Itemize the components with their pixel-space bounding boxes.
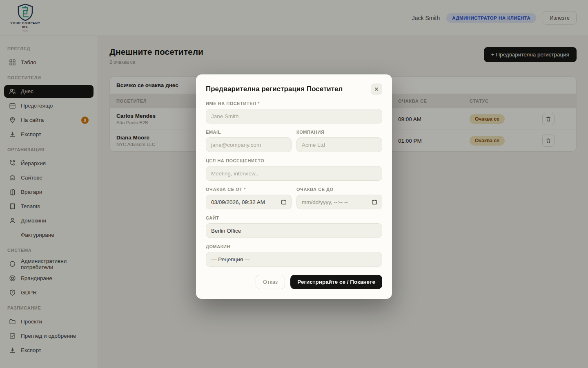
host-label: ДОМАКИН [206, 244, 382, 249]
close-icon [374, 87, 379, 92]
visitor-name-input[interactable] [206, 109, 382, 123]
calendar-icon [372, 199, 377, 206]
modal-title: Предварителна регистрация Посетител [206, 83, 343, 93]
purpose-label: ЦЕЛ НА ПОСЕЩЕНИЕТО [206, 158, 382, 163]
cancel-button[interactable]: Отказ [256, 275, 285, 289]
preregistration-modal: Предварителна регистрация Посетител ИМЕ … [196, 74, 392, 299]
email-input[interactable] [206, 138, 291, 152]
expected-from-input[interactable]: 03/09/2026, 09:32 AM [206, 195, 292, 209]
email-label: EMAIL [206, 130, 292, 135]
visitor-name-label: ИМЕ НА ПОСЕТИТЕЛ * [206, 101, 382, 106]
host-select[interactable]: — Рецепция — [206, 252, 382, 267]
expected-from-label: ОЧАКВА СЕ ОТ * [206, 187, 292, 192]
close-button[interactable] [371, 83, 382, 95]
company-label: КОМПАНИЯ [296, 130, 382, 135]
purpose-input[interactable] [206, 166, 382, 180]
expected-to-input[interactable]: mm/dd/yyyy, --:-- -- [296, 195, 382, 209]
company-input[interactable] [297, 138, 382, 152]
register-invite-button[interactable]: Регистрирайте се / Поканете [290, 275, 382, 289]
site-select[interactable]: Berlin Office [206, 223, 382, 238]
site-label: САЙТ [206, 215, 382, 220]
expected-to-label: ОЧАКВА СЕ ДО [296, 187, 382, 192]
calendar-icon [281, 199, 287, 206]
